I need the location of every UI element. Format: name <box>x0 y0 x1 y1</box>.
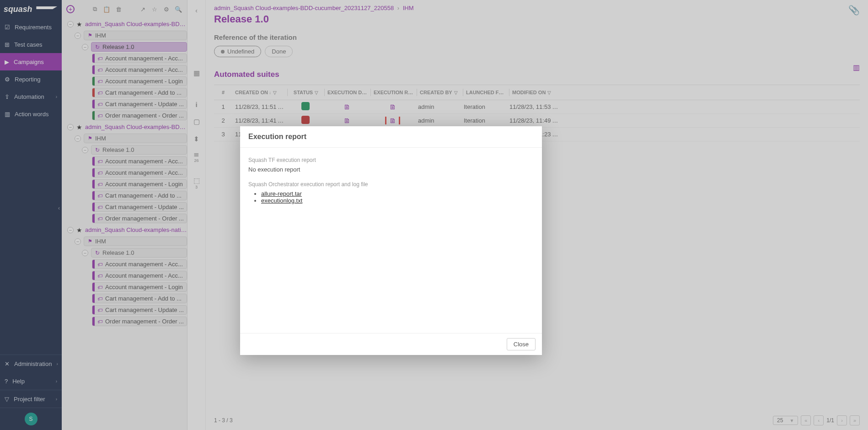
execution-report-modal: Execution report Squash TF execution rep… <box>240 126 542 355</box>
close-button[interactable]: Close <box>507 338 536 350</box>
tf-report-label: Squash TF execution report <box>248 157 534 163</box>
report-link-allure[interactable]: allure-report.tar <box>261 190 302 197</box>
no-report-text: No execution report <box>248 166 534 173</box>
modal-footer: Close <box>240 333 542 355</box>
modal-title: Execution report <box>240 126 542 148</box>
report-link-executionlog[interactable]: executionlog.txt <box>261 197 302 204</box>
orch-report-label: Squash Orchestrator execution report and… <box>248 181 534 188</box>
modal-body: Squash TF execution report No execution … <box>240 148 542 333</box>
